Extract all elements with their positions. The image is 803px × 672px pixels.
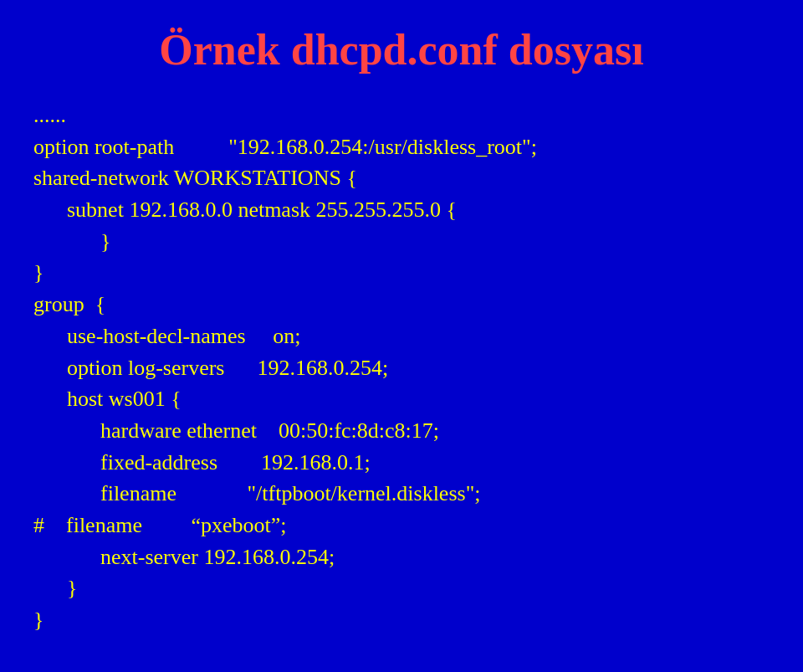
code-line: next-server 192.168.0.254; bbox=[33, 541, 778, 573]
code-block: ......option root-path "192.168.0.254:/u… bbox=[25, 100, 778, 636]
code-line: filename "/tftpboot/kernel.diskless"; bbox=[33, 478, 778, 510]
page-title: Örnek dhcpd.conf dosyası bbox=[25, 25, 778, 74]
code-line: shared-network WORKSTATIONS { bbox=[33, 162, 778, 194]
code-line: fixed-address 192.168.0.1; bbox=[33, 447, 778, 479]
code-line: } bbox=[33, 257, 778, 289]
code-line: } bbox=[33, 604, 778, 636]
code-line: option log-servers 192.168.0.254; bbox=[33, 352, 778, 384]
page-container: Örnek dhcpd.conf dosyası ......option ro… bbox=[0, 0, 803, 672]
code-line: # filename “pxeboot”; bbox=[33, 510, 778, 541]
code-line: option root-path "192.168.0.254:/usr/dis… bbox=[33, 131, 778, 163]
code-line: use-host-decl-names on; bbox=[33, 321, 778, 352]
code-line: hardware ethernet 00:50:fc:8d:c8:17; bbox=[33, 415, 778, 447]
code-line: host ws001 { bbox=[33, 383, 778, 415]
code-line: } bbox=[33, 572, 778, 604]
code-line: } bbox=[33, 226, 778, 258]
code-line: ...... bbox=[33, 100, 778, 131]
code-line: group { bbox=[33, 289, 778, 321]
code-line: subnet 192.168.0.0 netmask 255.255.255.0… bbox=[33, 194, 778, 226]
